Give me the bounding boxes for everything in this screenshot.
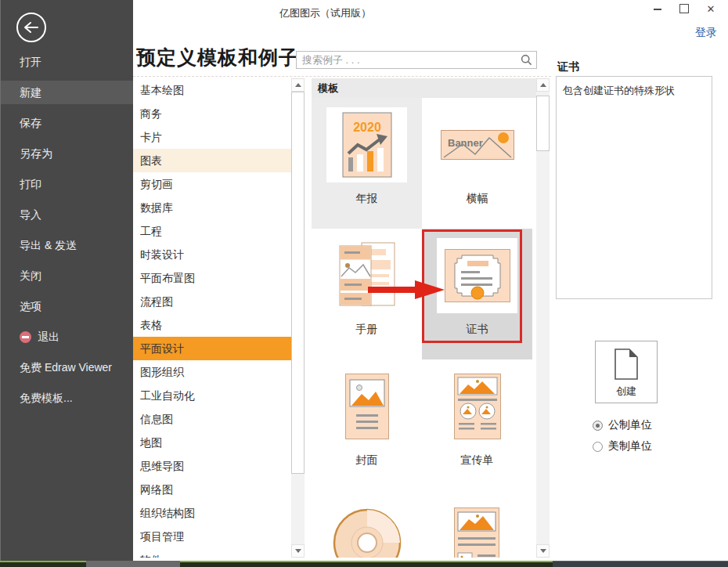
category-basic-drawing[interactable]: 基本绘图 [133,78,291,102]
radio-checked-icon[interactable] [593,421,603,431]
certificate-thumbnail [437,238,517,313]
category-database[interactable]: 数据库 [133,196,291,219]
scroll-down-button[interactable] [291,544,305,558]
search-input[interactable]: 搜索例子 . . . [296,51,537,69]
sidebar-item-export-send[interactable]: 导出 & 发送 [1,233,134,257]
template-banner[interactable]: Banner 横幅 [422,98,532,229]
category-org-chart[interactable]: 组织结构图 [133,501,291,525]
sidebar-item-free-templates[interactable]: 免费模板... [1,386,134,410]
category-chart[interactable]: 图表 [133,149,291,172]
template-certificate[interactable]: 证书 [422,229,532,359]
template-scrollbar[interactable] [536,78,550,558]
file-menu-sidebar: 打开 新建 保存 另存为 打印 导入 导出 & 发送 关闭 选项 退出 免费 E… [0,0,133,561]
header-separator [133,76,551,77]
window-title: 亿图图示（试用版） [279,6,371,20]
sidebar-item-free-viewer[interactable]: 免费 Edraw Viewer [1,356,134,379]
cd-icon [333,507,402,558]
template-label: 手册 [312,323,422,337]
us-units-radio[interactable]: 美制单位 [593,440,652,453]
category-graphic-organizer[interactable]: 图形组织 [133,360,291,384]
category-project-management[interactable]: 项目管理 [133,525,291,548]
sidebar-item-exit[interactable]: 退出 [1,325,134,349]
sidebar-item-print[interactable]: 打印 [1,172,134,196]
detail-description-box: 包含创建证书的特殊形状 [556,76,712,299]
category-floor-plan[interactable]: 平面布置图 [133,266,291,290]
category-scrollbar[interactable] [291,78,305,558]
brochure-thumbnail [326,238,407,313]
create-button[interactable]: 创建 [595,341,658,403]
category-fashion-design[interactable]: 时装设计 [133,243,291,266]
category-business[interactable]: 商务 [133,102,291,125]
radio-unchecked-icon[interactable] [593,442,603,452]
category-form[interactable]: 表格 [133,313,291,337]
desktop-segment [553,561,728,567]
annual-report-icon: 2020 [342,112,392,178]
flyer-icon [454,374,501,439]
svg-text:Banner: Banner [448,137,483,149]
back-button[interactable] [16,13,46,42]
category-scrollbar-thumb[interactable] [291,92,305,474]
category-flowchart[interactable]: 流程图 [133,290,291,313]
exit-icon [20,331,31,343]
minimize-button[interactable] [646,0,669,19]
desktop-segment [86,561,180,567]
template-scrollbar-thumb[interactable] [536,96,550,151]
template-leaflet-partial[interactable] [422,490,532,558]
template-cover[interactable]: 封面 [312,359,422,490]
triangle-up-icon [295,83,301,87]
template-panel-header: 模板 [312,78,536,98]
category-card[interactable]: 卡片 [133,125,291,149]
detail-description: 包含创建证书的特殊形状 [563,85,675,96]
category-mind-map[interactable]: 思维导图 [133,454,291,478]
banner-icon: Banner [441,130,514,160]
login-link[interactable]: 登录 [695,26,717,40]
flyer-thumbnail [437,369,517,444]
template-brochure[interactable]: 手册 [312,229,422,359]
template-annual-report[interactable]: 2020 年报 [312,98,422,229]
new-document-icon [614,349,638,380]
search-icon[interactable] [521,54,532,66]
app-window: 亿图图示（试用版） ✕ 登录 打开 新建 保存 另存为 打印 导入 导出 & 发… [0,0,728,567]
maximize-button[interactable] [672,0,696,19]
sidebar-item-import[interactable]: 导入 [1,203,134,226]
triangle-down-icon [295,549,301,553]
brochure-icon [338,241,396,310]
sidebar-item-open[interactable]: 打开 [1,50,134,74]
create-button-label: 创建 [596,385,657,399]
template-cd-label-partial[interactable] [312,490,422,558]
category-industrial-automation[interactable]: 工业自动化 [133,384,291,407]
sidebar-item-saveas[interactable]: 另存为 [1,142,134,165]
category-infographic[interactable]: 信息图 [133,407,291,431]
sidebar-item-close[interactable]: 关闭 [1,264,134,287]
svg-text:2020: 2020 [353,121,381,134]
sidebar-item-save[interactable]: 保存 [1,111,134,135]
sidebar-item-options[interactable]: 选项 [1,294,134,318]
page-title: 预定义模板和例子 [136,45,299,70]
category-software[interactable]: 软件 [133,548,291,558]
template-label: 宣传单 [422,453,532,468]
template-flyer[interactable]: 宣传单 [422,359,532,490]
back-arrow-icon [23,21,39,34]
category-network[interactable]: 网络图 [133,478,291,501]
category-engineering[interactable]: 工程 [133,219,291,243]
category-list: 基本绘图 商务 卡片 图表 剪切画 数据库 工程 时装设计 平面布置图 流程图 … [133,78,291,558]
minimize-icon [654,9,661,10]
scroll-up-button[interactable] [536,78,550,92]
banner-thumbnail: Banner [437,107,517,182]
sidebar-item-new[interactable]: 新建 [1,81,134,104]
us-units-label: 美制单位 [608,439,652,453]
search-placeholder: 搜索例子 . . . [302,52,360,68]
close-button[interactable]: ✕ [699,0,723,19]
category-map[interactable]: 地图 [133,431,291,454]
metric-units-radio[interactable]: 公制单位 [593,419,652,432]
category-clipart[interactable]: 剪切画 [133,172,291,196]
cover-icon [345,374,389,439]
template-label: 横幅 [422,192,532,206]
detail-title: 证书 [557,60,579,74]
scroll-up-button[interactable] [291,78,305,92]
scroll-down-button[interactable] [536,544,550,558]
category-graphic-design[interactable]: 平面设计 [133,337,291,360]
leaflet-icon [454,507,499,558]
metric-units-label: 公制单位 [608,418,652,432]
triangle-up-icon [540,83,546,87]
